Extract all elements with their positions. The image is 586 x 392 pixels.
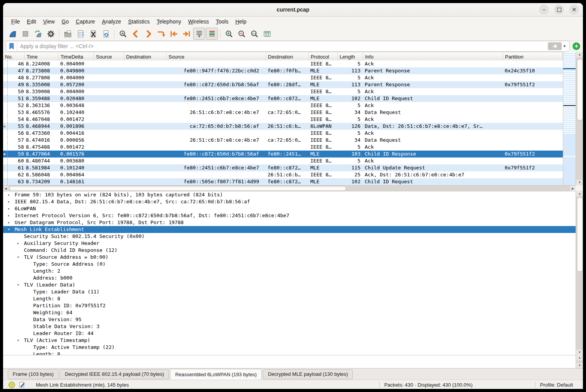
wireshark-fin-start-capture-icon[interactable] [7,28,19,40]
expanded-arrow-icon[interactable]: ▾ [15,337,21,344]
go-forward-icon[interactable] [142,28,154,40]
packet-row-54[interactable]: 548.4670480.001472IEEE 8…5Ack [3,116,563,123]
close-button[interactable]: ✕ [569,5,579,15]
column-header-length[interactable]: Length [338,52,363,61]
packet-row-53[interactable]: 538.4655760.10244026:51:c6:b7:e8:ce:4b:e… [3,109,563,116]
packet-row-55[interactable]: 558.4689440.001896ca:72:65:0d:b7:b8:56:a… [3,123,563,130]
packet-list-hscrollbar[interactable]: ◀ ▶ [3,185,576,191]
zoom-original-icon[interactable]: 1:1 [248,28,260,40]
menu-edit[interactable]: Edit [24,17,40,26]
scroll-thumb[interactable] [9,186,346,191]
packet-row-61[interactable]: 618.5819840.101240fe80::2451:c6b7:e8ce:4… [3,164,563,171]
packet-list-vscrollbar[interactable]: ▲ ▼ [576,52,583,185]
detail-row[interactable]: ▾TLV (Source Address = b0:00) [3,254,576,261]
detail-row[interactable]: Security Suite: 802.15.4 Security (0x00) [3,233,576,240]
column-header-source[interactable]: Source [94,52,124,61]
detail-row[interactable]: ▾TLV (Active Timestamp) [3,337,576,344]
go-to-packet-icon[interactable] [155,28,167,40]
detail-row[interactable]: Length: 2 [3,268,576,275]
find-packet-icon[interactable]: A [117,28,129,40]
save-file-icon[interactable]: 01010110 [74,28,86,40]
minimize-button[interactable]: − [539,5,549,15]
stop-capture-icon[interactable] [19,28,31,40]
title-bar[interactable]: current.pcap − ✕ [3,3,583,17]
packet-row-60[interactable]: 608.4807440.003680IEEE 8…5Ack [3,157,563,164]
packet-row-59[interactable]: 598.4770640.001576fe80::c872:650d:b7b8:5… [3,151,563,157]
apply-filter-button[interactable] [548,42,562,50]
detail-row[interactable]: ▸6LoWPAN [3,205,576,212]
bytes-vscrollbar[interactable]: ▲ ▼ [576,355,583,368]
column-header-protocol[interactable]: Protocol [309,52,338,61]
collapsed-arrow-icon[interactable]: ▸ [15,240,21,247]
first-packet-icon[interactable] [168,28,180,40]
packet-row-51[interactable]: 518.3594880.020480fe80::2451:c6b7:e8ce:4… [3,95,563,102]
packet-row-57[interactable]: 578.4740160.00065626:51:c6:b7:e8:ce:4b:e… [3,137,563,144]
menu-help[interactable]: Help [232,17,250,26]
scroll-thumb[interactable] [577,197,583,272]
menu-view[interactable]: View [40,17,58,26]
detail-row[interactable]: ▸Internet Protocol Version 6, Src: fe80:… [3,212,576,219]
scroll-down-arrow[interactable]: ▼ [576,350,583,355]
detail-row[interactable]: Command: Child ID Response (12) [3,247,576,254]
packet-list-minimap[interactable] [563,52,576,185]
menu-statistics[interactable]: Statistics [125,17,153,26]
menu-capture[interactable]: Capture [72,17,99,26]
collapsed-arrow-icon[interactable]: ▸ [6,212,12,219]
detail-vscrollbar[interactable]: ▲ ▼ [576,191,583,355]
detail-row[interactable]: ▸IEEE 802.15.4 Data, Dst: 26:51:c6:b7:e8… [3,198,576,205]
packet-row-47[interactable]: 478.2738080.049800fe80::947f:f476:22bc:c… [3,67,563,74]
zoom-out-icon[interactable] [236,28,248,40]
packet-row-50[interactable]: 508.3390080.004000IEEE 8…5Ack [3,88,563,95]
detail-row[interactable]: Weighting: 64 [3,309,576,316]
detail-row[interactable]: ▾TLV (Leader Data) [3,281,576,288]
detail-row[interactable]: Data Version: 95 [3,316,576,323]
add-filter-button[interactable]: + [573,42,580,50]
close-file-icon[interactable] [87,28,99,40]
packet-row-58[interactable]: 588.4754880.001472IEEE 8…5Ack [3,144,563,151]
menu-tools[interactable]: Tools [212,17,232,26]
reload-file-icon[interactable] [100,28,112,40]
byte-view-tab[interactable]: Frame (103 bytes) [8,369,59,379]
zoom-in-icon[interactable] [223,28,235,40]
byte-view-tab[interactable]: Decrypted MLE payload (130 bytes) [263,369,353,379]
column-header-partition[interactable]: Partition [503,52,563,61]
detail-row[interactable]: ▸Frame 59: 103 bytes on wire (824 bits),… [3,191,576,198]
byte-view-tab[interactable]: Decrypted IEEE 802.15.4 payload (70 byte… [60,369,169,379]
collapsed-arrow-icon[interactable]: ▸ [6,191,12,198]
filter-dropdown-caret[interactable]: ▼ [563,44,566,48]
maximize-button[interactable] [554,5,564,15]
scroll-up-arrow[interactable]: ▲ [576,191,583,196]
detail-row[interactable]: ▸Auxiliary Security Header [3,240,576,247]
capture-options-gear-icon[interactable] [45,28,57,40]
column-header-no[interactable]: No. [3,52,25,61]
status-profile[interactable]: Profile: Default [540,382,573,388]
auto-scroll-icon[interactable] [193,28,205,40]
column-header-timedelta[interactable]: TimeDelta [59,52,94,61]
menu-file[interactable]: File [8,17,24,26]
column-header-source[interactable]: Source [167,52,266,61]
packet-row-52[interactable]: 528.3631360.003648IEEE 8…5Ack [3,102,563,109]
expanded-arrow-icon[interactable]: ▾ [15,281,21,288]
column-header-destination[interactable]: Destination [266,52,309,61]
column-header-info[interactable]: Info [363,52,503,61]
menu-wireless[interactable]: Wireless [185,17,212,26]
packet-row-62[interactable]: 628.5860480.00406426:51:c6:b…IEEE 8…25Ac… [3,171,563,178]
collapsed-arrow-icon[interactable]: ▸ [6,219,12,226]
menu-go[interactable]: Go [58,17,72,26]
display-filter-input[interactable] [17,43,548,49]
expanded-arrow-icon[interactable]: ▾ [15,254,21,261]
resize-columns-icon[interactable] [261,28,273,40]
restart-capture-icon[interactable] [32,28,44,40]
detail-row[interactable]: Partition ID: 0x79f551f2 [3,302,576,309]
scroll-up-arrow[interactable]: ▲ [576,52,583,57]
detail-row[interactable]: Length: 8 [3,295,576,302]
column-header-time[interactable]: Time [25,52,59,61]
detail-row[interactable]: Type: Leader Data (11) [3,288,576,295]
scroll-thumb[interactable] [577,59,583,121]
packet-row-48[interactable]: 488.2778080.004000IEEE 8…5Ack [3,74,563,81]
detail-row[interactable]: Type: Source Address (0) [3,261,576,268]
collapsed-arrow-icon[interactable]: ▸ [6,198,12,205]
last-packet-icon[interactable] [180,28,192,40]
packet-row-63[interactable]: 638.7342090.148161fe80::505e:f807:7f81:4… [3,178,563,185]
scroll-up-arrow[interactable]: ▲ [576,355,583,360]
